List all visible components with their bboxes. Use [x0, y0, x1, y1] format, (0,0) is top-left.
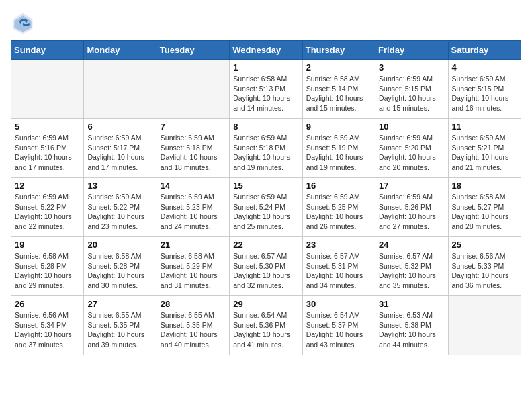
- calendar-cell: 7Sunrise: 6:59 AMSunset: 5:18 PMDaylight…: [157, 119, 229, 178]
- day-info: Sunrise: 6:59 AMSunset: 5:25 PMDaylight:…: [306, 192, 371, 232]
- calendar-week-4: 19Sunrise: 6:58 AMSunset: 5:28 PMDayligh…: [11, 237, 521, 296]
- day-info: Sunrise: 6:59 AMSunset: 5:15 PMDaylight:…: [452, 74, 517, 113]
- day-number: 22: [233, 240, 298, 250]
- calendar-cell: 14Sunrise: 6:59 AMSunset: 5:23 PMDayligh…: [157, 178, 229, 237]
- day-number: 27: [87, 299, 152, 309]
- calendar-cell: [11, 60, 84, 119]
- day-info: Sunrise: 6:57 AMSunset: 5:32 PMDaylight:…: [379, 251, 444, 291]
- day-number: 7: [161, 122, 226, 132]
- day-number: 10: [379, 122, 444, 132]
- day-info: Sunrise: 6:57 AMSunset: 5:30 PMDaylight:…: [233, 251, 298, 291]
- calendar-cell: 4Sunrise: 6:59 AMSunset: 5:15 PMDaylight…: [448, 60, 521, 119]
- calendar-cell: 11Sunrise: 6:59 AMSunset: 5:21 PMDayligh…: [448, 119, 521, 178]
- day-info: Sunrise: 6:59 AMSunset: 5:18 PMDaylight:…: [161, 133, 226, 173]
- day-number: 17: [379, 181, 444, 191]
- calendar-cell: 16Sunrise: 6:59 AMSunset: 5:25 PMDayligh…: [302, 178, 375, 237]
- day-number: 13: [87, 181, 152, 191]
- day-number: 20: [87, 240, 152, 250]
- calendar-cell: 26Sunrise: 6:56 AMSunset: 5:34 PMDayligh…: [11, 296, 84, 355]
- day-info: Sunrise: 6:59 AMSunset: 5:22 PMDaylight:…: [15, 192, 80, 232]
- weekday-header-sunday: Sunday: [11, 41, 84, 60]
- calendar-cell: 13Sunrise: 6:59 AMSunset: 5:22 PMDayligh…: [84, 178, 157, 237]
- calendar-cell: 31Sunrise: 6:53 AMSunset: 5:38 PMDayligh…: [375, 296, 448, 355]
- weekday-header-thursday: Thursday: [302, 41, 375, 60]
- day-number: 3: [379, 62, 444, 73]
- day-info: Sunrise: 6:59 AMSunset: 5:24 PMDaylight:…: [233, 192, 298, 232]
- calendar-cell: 30Sunrise: 6:54 AMSunset: 5:37 PMDayligh…: [302, 296, 375, 355]
- weekday-header-saturday: Saturday: [448, 41, 521, 60]
- calendar-cell: 20Sunrise: 6:58 AMSunset: 5:28 PMDayligh…: [84, 237, 157, 296]
- page-header: [11, 11, 521, 35]
- day-info: Sunrise: 6:58 AMSunset: 5:28 PMDaylight:…: [15, 251, 80, 291]
- calendar-cell: [157, 60, 229, 119]
- day-number: 11: [452, 122, 517, 132]
- day-info: Sunrise: 6:59 AMSunset: 5:19 PMDaylight:…: [306, 133, 371, 173]
- calendar-cell: 21Sunrise: 6:58 AMSunset: 5:29 PMDayligh…: [157, 237, 229, 296]
- calendar-cell: 25Sunrise: 6:56 AMSunset: 5:33 PMDayligh…: [448, 237, 521, 296]
- day-info: Sunrise: 6:59 AMSunset: 5:15 PMDaylight:…: [379, 74, 444, 113]
- weekday-header-friday: Friday: [375, 41, 448, 60]
- day-info: Sunrise: 6:59 AMSunset: 5:26 PMDaylight:…: [379, 192, 444, 232]
- day-number: 21: [161, 240, 226, 250]
- calendar-cell: 2Sunrise: 6:58 AMSunset: 5:14 PMDaylight…: [302, 60, 375, 119]
- day-number: 5: [15, 122, 80, 132]
- calendar-cell: [448, 296, 521, 355]
- calendar-cell: 6Sunrise: 6:59 AMSunset: 5:17 PMDaylight…: [84, 119, 157, 178]
- day-number: 26: [15, 299, 80, 309]
- weekday-header-wednesday: Wednesday: [230, 41, 302, 60]
- calendar-cell: 24Sunrise: 6:57 AMSunset: 5:32 PMDayligh…: [375, 237, 448, 296]
- day-info: Sunrise: 6:59 AMSunset: 5:20 PMDaylight:…: [379, 133, 444, 173]
- day-info: Sunrise: 6:59 AMSunset: 5:21 PMDaylight:…: [452, 133, 517, 173]
- calendar-cell: 19Sunrise: 6:58 AMSunset: 5:28 PMDayligh…: [11, 237, 84, 296]
- day-info: Sunrise: 6:59 AMSunset: 5:23 PMDaylight:…: [161, 192, 226, 232]
- day-number: 31: [379, 299, 444, 309]
- day-number: 19: [15, 240, 80, 250]
- day-info: Sunrise: 6:58 AMSunset: 5:28 PMDaylight:…: [87, 251, 152, 291]
- calendar-cell: 23Sunrise: 6:57 AMSunset: 5:31 PMDayligh…: [302, 237, 375, 296]
- day-info: Sunrise: 6:58 AMSunset: 5:27 PMDaylight:…: [452, 192, 517, 232]
- calendar-cell: 17Sunrise: 6:59 AMSunset: 5:26 PMDayligh…: [375, 178, 448, 237]
- weekday-header-row: SundayMondayTuesdayWednesdayThursdayFrid…: [11, 41, 521, 60]
- day-info: Sunrise: 6:54 AMSunset: 5:37 PMDaylight:…: [306, 310, 371, 350]
- day-info: Sunrise: 6:58 AMSunset: 5:13 PMDaylight:…: [233, 74, 298, 113]
- calendar-cell: 22Sunrise: 6:57 AMSunset: 5:30 PMDayligh…: [230, 237, 302, 296]
- calendar-cell: 5Sunrise: 6:59 AMSunset: 5:16 PMDaylight…: [11, 119, 84, 178]
- day-number: 1: [233, 62, 298, 73]
- calendar-cell: 10Sunrise: 6:59 AMSunset: 5:20 PMDayligh…: [375, 119, 448, 178]
- day-number: 6: [87, 122, 152, 132]
- day-number: 30: [306, 299, 371, 309]
- day-number: 4: [452, 62, 517, 73]
- logo-icon: [11, 11, 35, 35]
- day-info: Sunrise: 6:59 AMSunset: 5:22 PMDaylight:…: [87, 192, 152, 232]
- day-number: 25: [452, 240, 517, 250]
- calendar-cell: 12Sunrise: 6:59 AMSunset: 5:22 PMDayligh…: [11, 178, 84, 237]
- day-info: Sunrise: 6:55 AMSunset: 5:35 PMDaylight:…: [161, 310, 226, 350]
- day-info: Sunrise: 6:53 AMSunset: 5:38 PMDaylight:…: [379, 310, 444, 350]
- day-info: Sunrise: 6:57 AMSunset: 5:31 PMDaylight:…: [306, 251, 371, 291]
- calendar-cell: 15Sunrise: 6:59 AMSunset: 5:24 PMDayligh…: [230, 178, 302, 237]
- calendar-table: SundayMondayTuesdayWednesdayThursdayFrid…: [11, 40, 521, 355]
- calendar-cell: 27Sunrise: 6:55 AMSunset: 5:35 PMDayligh…: [84, 296, 157, 355]
- day-info: Sunrise: 6:59 AMSunset: 5:17 PMDaylight:…: [87, 133, 152, 173]
- day-info: Sunrise: 6:54 AMSunset: 5:36 PMDaylight:…: [233, 310, 298, 350]
- day-number: 28: [161, 299, 226, 309]
- day-number: 14: [161, 181, 226, 191]
- calendar-cell: 1Sunrise: 6:58 AMSunset: 5:13 PMDaylight…: [230, 60, 302, 119]
- calendar-cell: 18Sunrise: 6:58 AMSunset: 5:27 PMDayligh…: [448, 178, 521, 237]
- day-number: 2: [306, 62, 371, 73]
- day-number: 18: [452, 181, 517, 191]
- day-info: Sunrise: 6:56 AMSunset: 5:33 PMDaylight:…: [452, 251, 517, 291]
- day-number: 16: [306, 181, 371, 191]
- day-number: 8: [233, 122, 298, 132]
- day-number: 12: [15, 181, 80, 191]
- calendar-week-1: 1Sunrise: 6:58 AMSunset: 5:13 PMDaylight…: [11, 60, 521, 119]
- day-number: 23: [306, 240, 371, 250]
- calendar-cell: 3Sunrise: 6:59 AMSunset: 5:15 PMDaylight…: [375, 60, 448, 119]
- calendar-week-2: 5Sunrise: 6:59 AMSunset: 5:16 PMDaylight…: [11, 119, 521, 178]
- day-info: Sunrise: 6:55 AMSunset: 5:35 PMDaylight:…: [87, 310, 152, 350]
- weekday-header-monday: Monday: [84, 41, 157, 60]
- calendar-cell: 29Sunrise: 6:54 AMSunset: 5:36 PMDayligh…: [230, 296, 302, 355]
- day-info: Sunrise: 6:59 AMSunset: 5:18 PMDaylight:…: [233, 133, 298, 173]
- calendar-week-5: 26Sunrise: 6:56 AMSunset: 5:34 PMDayligh…: [11, 296, 521, 355]
- calendar-cell: [84, 60, 157, 119]
